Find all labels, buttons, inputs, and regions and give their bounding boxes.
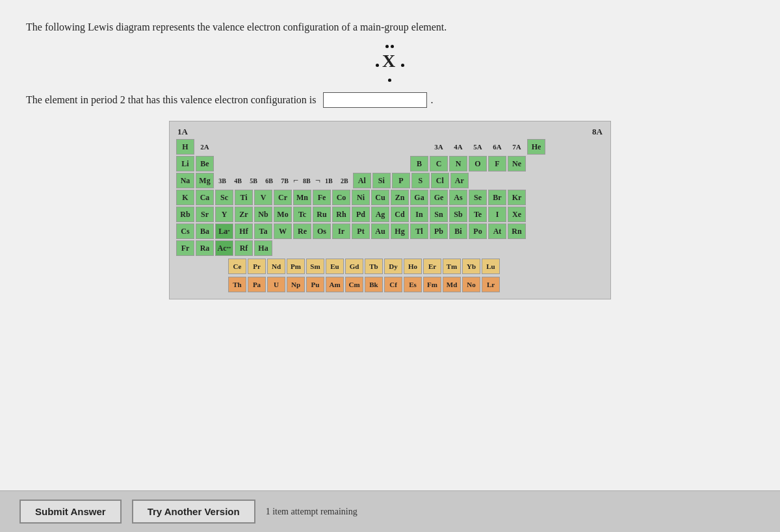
element-K[interactable]: K bbox=[176, 190, 194, 205]
element-Gd[interactable]: Gd bbox=[345, 259, 363, 274]
element-Pr[interactable]: Pr bbox=[248, 259, 266, 274]
element-Nb[interactable]: Nb bbox=[254, 207, 272, 222]
element-Bi[interactable]: Bi bbox=[449, 223, 467, 239]
element-Ni[interactable]: Ni bbox=[352, 190, 370, 205]
element-Nd[interactable]: Nd bbox=[267, 259, 285, 274]
element-B[interactable]: B bbox=[410, 156, 428, 171]
element-Ge[interactable]: Ge bbox=[430, 190, 448, 205]
element-Pm[interactable]: Pm bbox=[287, 259, 305, 274]
element-Fr[interactable]: Fr bbox=[176, 240, 194, 256]
element-Ca[interactable]: Ca bbox=[196, 190, 214, 205]
element-C[interactable]: C bbox=[430, 156, 448, 171]
element-Cl[interactable]: Cl bbox=[431, 173, 449, 188]
element-Mg[interactable]: Mg bbox=[196, 173, 214, 188]
element-Ra[interactable]: Ra bbox=[196, 240, 214, 256]
element-Rn[interactable]: Rn bbox=[508, 223, 526, 239]
element-Lu[interactable]: Lu bbox=[482, 259, 500, 274]
element-Bk[interactable]: Bk bbox=[365, 277, 383, 292]
element-Ce[interactable]: Ce bbox=[228, 259, 246, 274]
element-Cd[interactable]: Cd bbox=[391, 207, 409, 222]
element-Tc[interactable]: Tc bbox=[293, 207, 311, 222]
element-Rb[interactable]: Rb bbox=[176, 207, 194, 222]
element-Rh[interactable]: Rh bbox=[332, 207, 350, 222]
element-In[interactable]: In bbox=[410, 207, 428, 222]
element-Th[interactable]: Th bbox=[228, 277, 246, 292]
element-Ag[interactable]: Ag bbox=[371, 207, 389, 222]
element-Xe[interactable]: Xe bbox=[508, 207, 526, 222]
element-Fm[interactable]: Fm bbox=[423, 277, 441, 292]
element-No[interactable]: No bbox=[462, 277, 480, 292]
element-Tm[interactable]: Tm bbox=[443, 259, 461, 274]
element-Pa[interactable]: Pa bbox=[248, 277, 266, 292]
element-Pu[interactable]: Pu bbox=[306, 277, 324, 292]
element-I[interactable]: I bbox=[488, 207, 506, 222]
element-Ta[interactable]: Ta bbox=[254, 223, 272, 239]
element-Li[interactable]: Li bbox=[176, 156, 194, 171]
element-Zr[interactable]: Zr bbox=[235, 207, 253, 222]
element-Co[interactable]: Co bbox=[332, 190, 350, 205]
element-Sb[interactable]: Sb bbox=[449, 207, 467, 222]
element-Pd[interactable]: Pd bbox=[352, 207, 370, 222]
element-Fe[interactable]: Fe bbox=[313, 190, 331, 205]
element-Ga[interactable]: Ga bbox=[410, 190, 428, 205]
element-Np[interactable]: Np bbox=[287, 277, 305, 292]
element-W[interactable]: W bbox=[274, 223, 292, 239]
element-Md[interactable]: Md bbox=[443, 277, 461, 292]
element-Rf[interactable]: Rf bbox=[235, 240, 253, 256]
element-As[interactable]: As bbox=[449, 190, 467, 205]
element-Cr[interactable]: Cr bbox=[274, 190, 292, 205]
element-He[interactable]: He bbox=[527, 139, 545, 155]
element-Sc[interactable]: Sc bbox=[215, 190, 233, 205]
element-Os[interactable]: Os bbox=[313, 223, 331, 239]
element-Ar[interactable]: Ar bbox=[450, 173, 469, 188]
element-Hg[interactable]: Hg bbox=[391, 223, 409, 239]
element-N[interactable]: N bbox=[449, 156, 467, 171]
element-Y[interactable]: Y bbox=[215, 207, 233, 222]
element-Al[interactable]: Al bbox=[353, 173, 371, 188]
element-Sr[interactable]: Sr bbox=[196, 207, 214, 222]
element-Sm[interactable]: Sm bbox=[306, 259, 324, 274]
element-Zn[interactable]: Zn bbox=[391, 190, 409, 205]
submit-button[interactable]: Submit Answer bbox=[20, 500, 122, 524]
element-Ru[interactable]: Ru bbox=[313, 207, 331, 222]
element-Tb[interactable]: Tb bbox=[365, 259, 383, 274]
element-At[interactable]: At bbox=[488, 223, 506, 239]
element-Am[interactable]: Am bbox=[326, 277, 344, 292]
element-Ac[interactable]: Ac** bbox=[215, 240, 233, 256]
element-Mo[interactable]: Mo bbox=[274, 207, 292, 222]
element-Yb[interactable]: Yb bbox=[462, 259, 480, 274]
element-La[interactable]: La* bbox=[215, 223, 233, 239]
try-another-button[interactable]: Try Another Version bbox=[132, 500, 255, 524]
element-Eu[interactable]: Eu bbox=[326, 259, 344, 274]
element-O[interactable]: O bbox=[469, 156, 487, 171]
element-Ha[interactable]: Ha bbox=[254, 240, 272, 256]
element-Lr[interactable]: Lr bbox=[482, 277, 500, 292]
element-Na[interactable]: Na bbox=[176, 173, 194, 188]
answer-input[interactable] bbox=[323, 92, 427, 108]
element-H[interactable]: H bbox=[176, 139, 194, 155]
element-V[interactable]: V bbox=[254, 190, 272, 205]
element-Se[interactable]: Se bbox=[469, 190, 487, 205]
element-Hf[interactable]: Hf bbox=[235, 223, 253, 239]
element-Si[interactable]: Si bbox=[372, 173, 391, 188]
element-Au[interactable]: Au bbox=[371, 223, 389, 239]
element-Kr[interactable]: Kr bbox=[508, 190, 526, 205]
element-Sn[interactable]: Sn bbox=[430, 207, 448, 222]
element-Pt[interactable]: Pt bbox=[352, 223, 370, 239]
element-Ti[interactable]: Ti bbox=[235, 190, 253, 205]
element-Br[interactable]: Br bbox=[488, 190, 506, 205]
element-U[interactable]: U bbox=[267, 277, 285, 292]
element-Be[interactable]: Be bbox=[196, 156, 214, 171]
element-Ne[interactable]: Ne bbox=[508, 156, 526, 171]
element-Po[interactable]: Po bbox=[469, 223, 487, 239]
element-Cs[interactable]: Cs bbox=[176, 223, 194, 239]
element-Dy[interactable]: Dy bbox=[384, 259, 402, 274]
element-Tl[interactable]: Tl bbox=[410, 223, 428, 239]
element-Te[interactable]: Te bbox=[469, 207, 487, 222]
element-Er[interactable]: Er bbox=[423, 259, 441, 274]
element-S[interactable]: S bbox=[411, 173, 430, 188]
element-Cf[interactable]: Cf bbox=[384, 277, 402, 292]
element-Ir[interactable]: Ir bbox=[332, 223, 350, 239]
element-Es[interactable]: Es bbox=[404, 277, 422, 292]
element-Mn[interactable]: Mn bbox=[293, 190, 311, 205]
